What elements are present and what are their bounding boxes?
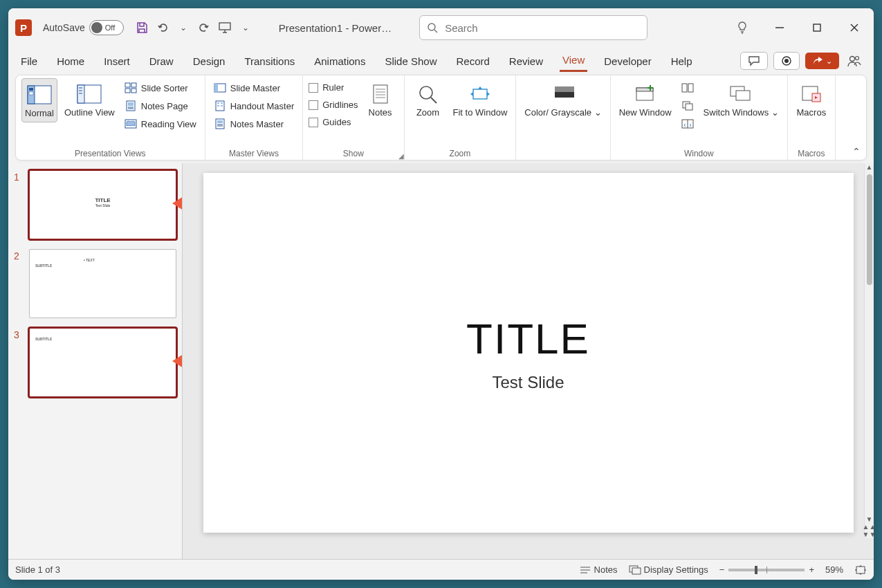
app-window: P AutoSave Off ⌄ ⌄ Presentation1 - Power…	[8, 8, 874, 580]
svg-rect-30	[214, 84, 218, 92]
gridlines-checkbox[interactable]: Gridlines	[309, 98, 358, 111]
account-button[interactable]	[845, 54, 864, 68]
maximize-button[interactable]	[805, 15, 829, 40]
tab-design[interactable]: Design	[190, 51, 228, 71]
search-box[interactable]	[419, 15, 647, 40]
qat-customize[interactable]: ⌄	[237, 19, 254, 36]
macros-icon	[799, 84, 824, 104]
slide-sorter-button[interactable]: Slide Sorter	[122, 81, 199, 95]
zoom-percent[interactable]: 59%	[825, 564, 843, 575]
thumbnail-slide-2[interactable]: SUBTITLE • TEXT	[29, 249, 176, 318]
tab-slide-show[interactable]: Slide Show	[382, 51, 439, 71]
svg-rect-0	[219, 23, 230, 30]
zoom-thumb[interactable]	[755, 566, 757, 574]
switch-windows-button[interactable]: Switch Windows ⌄	[701, 78, 782, 121]
undo-dropdown[interactable]: ⌄	[175, 19, 192, 36]
scroll-down-icon[interactable]: ▼	[866, 515, 873, 523]
show-dialog-launcher[interactable]: ◢	[398, 152, 407, 160]
tab-home[interactable]: Home	[54, 51, 87, 71]
zoom-out-button[interactable]: −	[719, 564, 725, 575]
autosave-toggle[interactable]: Off	[89, 20, 124, 35]
help-lightbulb-icon[interactable]	[730, 15, 755, 40]
ruler-checkbox[interactable]: Ruler	[309, 81, 358, 94]
thumbnail-pane[interactable]: 1 TITLE Test Slide 2 SUBTITLE • TEXT 3 S…	[8, 163, 183, 559]
fit-slide-button[interactable]	[854, 564, 867, 576]
tab-developer[interactable]: Developer	[601, 51, 654, 71]
thumbnail-slide-3[interactable]: SUBTITLE	[29, 328, 176, 397]
macros-button[interactable]: Macros	[793, 78, 829, 121]
svg-rect-69	[856, 567, 865, 573]
slide-master-button[interactable]: Slide Master	[211, 81, 297, 95]
slide-counter[interactable]: Slide 1 of 3	[15, 564, 60, 575]
search-input[interactable]	[445, 22, 640, 34]
tab-file[interactable]: File	[18, 51, 40, 71]
vertical-scrollbar[interactable]: ▲ ▼ ▲▲ ▼▼	[864, 163, 874, 538]
new-window-button[interactable]: New Window	[616, 78, 674, 121]
view-normal-button[interactable]: Normal	[21, 78, 57, 122]
svg-rect-4	[814, 24, 820, 31]
scroll-thumb[interactable]	[867, 174, 872, 285]
tab-transitions[interactable]: Transitions	[241, 51, 297, 71]
share-button[interactable]: ⌄	[805, 53, 839, 69]
notes-page-icon	[125, 100, 137, 111]
zoom-button[interactable]: Zoom	[410, 78, 446, 121]
zoom-in-button[interactable]: +	[809, 564, 814, 575]
fit-window-icon	[468, 84, 493, 104]
svg-rect-54	[682, 84, 687, 92]
slide-canvas[interactable]: TITLE Test Slide	[203, 173, 854, 533]
undo-button[interactable]	[154, 19, 171, 36]
redo-button[interactable]	[196, 19, 212, 36]
guides-checkbox[interactable]: Guides	[309, 116, 358, 129]
comments-button[interactable]	[740, 52, 768, 70]
thumbnail-number: 2	[14, 249, 25, 261]
notes-page-button[interactable]: Notes Page	[122, 99, 199, 113]
notes-master-button[interactable]: Notes Master	[211, 117, 297, 131]
slide-sorter-icon	[125, 82, 137, 93]
slide-title-text[interactable]: TITLE	[466, 314, 590, 363]
zoom-slider[interactable]: − +	[719, 564, 814, 575]
scroll-up-icon[interactable]: ▲	[866, 163, 873, 173]
save-button[interactable]	[134, 19, 150, 36]
slide-subtitle-text[interactable]: Test Slide	[492, 373, 564, 392]
move-split-button[interactable]	[679, 117, 697, 131]
color-grayscale-button[interactable]: Color/ Grayscale ⌄	[522, 78, 604, 121]
tab-help[interactable]: Help	[668, 51, 695, 71]
present-from-start-button[interactable]	[217, 19, 233, 36]
minimize-button[interactable]	[767, 15, 792, 40]
display-settings-button[interactable]: Display Settings	[629, 564, 708, 575]
close-button[interactable]	[842, 15, 867, 40]
svg-rect-55	[688, 84, 693, 92]
zoom-track[interactable]	[728, 569, 805, 571]
switch-windows-icon	[728, 84, 753, 104]
fit-to-window-button[interactable]: Fit to Window	[450, 78, 511, 121]
view-outline-button[interactable]: Outline View	[62, 78, 118, 121]
tab-draw[interactable]: Draw	[147, 51, 176, 71]
notes-toggle-button[interactable]: Notes	[579, 564, 618, 575]
svg-rect-48	[555, 86, 574, 92]
handout-master-button[interactable]: Handout Master	[211, 99, 297, 113]
slide-edit-area[interactable]: TITLE Test Slide ▲ ▼ ▲▲ ▼▼	[183, 163, 874, 559]
recording-button[interactable]	[773, 52, 800, 70]
thumbnail-row-2: 2 SUBTITLE • TEXT	[14, 249, 176, 318]
view-normal-label: Normal	[25, 108, 54, 119]
notes-pane-button[interactable]: Notes	[362, 78, 398, 121]
thumbnail-number: 3	[14, 328, 25, 340]
zoom-icon	[416, 84, 441, 104]
group-color-grayscale: Color/ Grayscale ⌄	[516, 75, 610, 160]
reading-view-icon	[125, 118, 137, 129]
svg-rect-47	[473, 89, 487, 99]
arrange-all-button[interactable]	[679, 81, 697, 95]
tab-record[interactable]: Record	[453, 51, 492, 71]
reading-view-button[interactable]: Reading View	[122, 117, 199, 131]
tab-animations[interactable]: Animations	[311, 51, 368, 71]
tab-insert[interactable]: Insert	[101, 51, 133, 71]
tab-review[interactable]: Review	[506, 51, 546, 71]
collapse-ribbon-button[interactable]: ⌃	[852, 146, 861, 157]
tab-view[interactable]: View	[560, 50, 587, 72]
group-zoom: Zoom Fit to Window Zoom	[405, 75, 517, 160]
prev-slide-icon[interactable]: ▲▲	[863, 523, 874, 531]
svg-rect-57	[686, 104, 692, 110]
cascade-button[interactable]	[679, 99, 697, 113]
next-slide-icon[interactable]: ▼▼	[863, 531, 874, 538]
thumbnail-slide-1[interactable]: TITLE Test Slide	[29, 170, 176, 239]
